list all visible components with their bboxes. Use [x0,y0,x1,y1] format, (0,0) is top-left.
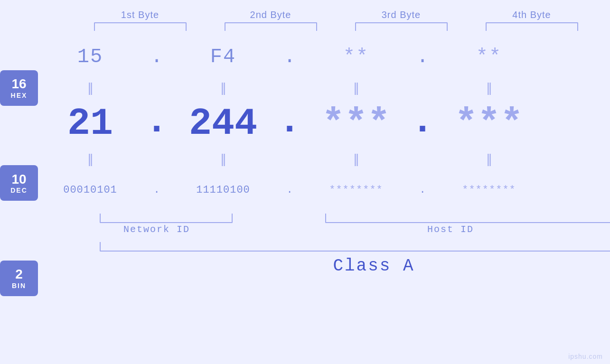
dec-val-4: *** [455,102,523,145]
bracket-3 [355,22,448,31]
eq1-4: ‖ [437,81,541,95]
class-section: Class A [100,242,610,276]
bin-byte-4: ******** [437,184,541,196]
main-grid: 16 HEX 10 DEC 2 BIN 15 . [0,36,610,364]
byte-header-4: 4th Byte [479,9,584,20]
bin-label: BIN [12,282,26,289]
hex-dot-3: . [408,46,437,68]
bin-byte-3: ******** [304,184,408,196]
watermark: ipshu.com [568,353,603,360]
dec-byte-2: 244 [171,102,275,145]
full-bracket [100,242,610,252]
dec-dot-3: . [408,103,437,144]
dec-val-3: *** [322,102,390,145]
dec-byte-1: 21 [38,102,142,145]
bin-row: 00010101 . 11110100 . ******** . [38,168,610,211]
eq1-3: ‖ [304,81,408,95]
values-area: 15 . F4 . ** . ** [38,36,610,364]
dec-byte-4: *** [437,102,541,145]
bin-badge: 2 BIN [0,261,38,296]
bracket-4 [486,22,578,31]
bin-dot-2: . [275,184,304,196]
bin-val-2: 11110100 [196,184,250,196]
byte-header-1: 1st Byte [88,9,192,20]
equals-row-2: ‖ ‖ ‖ ‖ [38,149,610,168]
eq1-1: ‖ [38,81,142,95]
main-container: 1st Byte 2nd Byte 3rd Byte 4th Byte 16 H… [0,0,610,364]
eq2-4: ‖ [437,152,541,167]
dec-row: 21 . 244 . *** . *** [38,97,610,149]
bin-num: 2 [15,267,23,282]
bin-val-4: ******** [462,184,516,196]
hex-byte-4: ** [437,46,541,68]
hex-val-1: 15 [77,46,103,68]
bracket-1 [94,22,187,31]
dec-byte-3: *** [304,102,408,145]
dec-num: 10 [11,172,26,187]
hex-label: HEX [11,92,28,99]
network-bracket [100,214,233,223]
byte-header-2: 2nd Byte [218,9,323,20]
byte-headers-row: 1st Byte 2nd Byte 3rd Byte 4th Byte [75,9,597,20]
dec-val-2: 244 [189,102,257,145]
bin-byte-1: 00010101 [38,184,142,196]
top-brackets [75,22,597,31]
hex-row: 15 . F4 . ** . ** [38,36,610,78]
bin-dot-3: . [408,184,437,196]
host-bracket [325,214,610,223]
hex-badge: 16 HEX [0,70,38,106]
dec-dot-2: . [275,103,304,144]
hex-val-4: ** [476,46,502,68]
dec-dot-1: . [142,103,171,144]
byte-header-3: 3rd Byte [349,9,453,20]
bracket-2 [225,22,317,31]
dec-badge: 10 DEC [0,165,38,201]
bin-val-3: ******** [329,184,383,196]
hex-val-3: ** [343,46,369,68]
eq2-3: ‖ [304,152,408,167]
bin-byte-2: 11110100 [171,184,275,196]
hex-num: 16 [11,77,26,92]
network-id-label: Network ID [123,224,190,235]
hex-dot-1: . [142,46,171,68]
hex-byte-2: F4 [171,46,275,68]
dec-label: DEC [10,187,28,194]
hex-dot-2: . [275,46,304,68]
equals-row-1: ‖ ‖ ‖ ‖ [38,78,610,97]
eq2-1: ‖ [38,152,142,167]
eq2-2: ‖ [171,152,275,167]
hex-val-2: F4 [210,46,236,68]
host-id-label: Host ID [427,224,474,235]
hex-byte-3: ** [304,46,408,68]
bin-val-1: 00010101 [63,184,117,196]
hex-byte-1: 15 [38,46,142,68]
dec-val-1: 21 [67,102,113,145]
base-labels-column: 16 HEX 10 DEC 2 BIN [0,36,38,364]
class-label: Class A [100,256,610,276]
eq1-2: ‖ [171,81,275,95]
bin-dot-1: . [142,184,171,196]
